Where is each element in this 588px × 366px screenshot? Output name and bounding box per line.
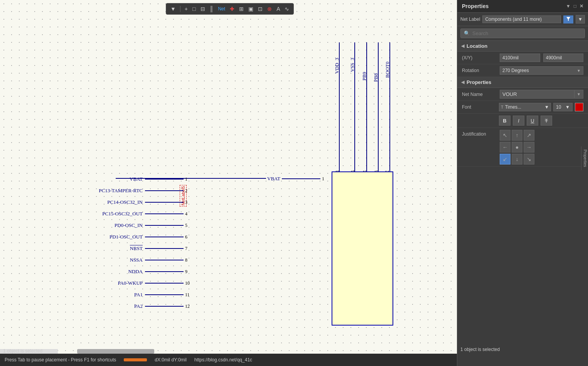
- pin-pc15: PC15-OSC32_OUT: [0, 211, 145, 217]
- panel-selection-status: 1 object is selected: [460, 347, 500, 352]
- font-select[interactable]: T Times... ▼: [499, 103, 551, 111]
- xy-row: (X/Y): [457, 52, 588, 64]
- pin-4: 4: [185, 211, 195, 217]
- pin-nrst: NRST: [0, 245, 145, 252]
- y-input[interactable]: [543, 54, 584, 62]
- toolbar-warning-icon[interactable]: ⊗: [266, 5, 273, 13]
- ic-body: [332, 171, 393, 326]
- toolbar-wave-icon[interactable]: ∿: [283, 5, 290, 13]
- location-arrow-icon: ◀: [461, 44, 464, 49]
- italic-button[interactable]: I: [513, 116, 524, 126]
- font-color-picker[interactable]: [575, 103, 583, 111]
- pin-3: 3: [185, 200, 195, 205]
- pin-nssa: NSSA: [0, 257, 145, 263]
- toolbar-module-icon[interactable]: ⊡: [257, 5, 264, 13]
- just-top-center[interactable]: ↑: [512, 130, 522, 141]
- properties-section-header[interactable]: ◀ Properties: [457, 77, 588, 88]
- just-bottom-right[interactable]: ↘: [524, 154, 534, 165]
- filter-dropdown[interactable]: Components (and 11 more): [482, 15, 561, 23]
- top-pin-vss3: VSS_3: [349, 58, 355, 72]
- justification-label: Justification: [462, 130, 497, 137]
- pin-9: 9: [185, 269, 195, 275]
- top-pin-boot0: BOOT0: [384, 62, 391, 78]
- just-bottom-center[interactable]: ↓: [512, 154, 522, 165]
- status-bar: Press Tab to pause placement - Press F1 …: [0, 354, 457, 366]
- filter-arrow-button[interactable]: ▼: [576, 15, 585, 24]
- search-input-wrap: 🔍: [460, 29, 585, 38]
- font-size-value: 10: [556, 104, 565, 110]
- pin-10: 10: [185, 280, 195, 286]
- schematic-content: NetLabel5 VDD_3 48 VSS_3 47 PB9_ 46 PB8 …: [0, 19, 457, 354]
- net-name-input[interactable]: [500, 90, 574, 98]
- strikethrough-button[interactable]: T: [541, 116, 552, 126]
- pin-7: 7: [185, 246, 195, 252]
- status-hint: Press Tab to pause placement - Press F1 …: [5, 357, 116, 363]
- selection-status: 1 object is selected: [3, 348, 42, 354]
- panel-float-icon[interactable]: □: [574, 3, 576, 9]
- just-top-left[interactable]: ↖: [500, 130, 510, 141]
- just-bottom-left[interactable]: ↙: [500, 154, 510, 165]
- toolbar-bus-icon[interactable]: ⊟: [199, 5, 206, 13]
- net-name-dropdown-icon[interactable]: ▼: [574, 91, 583, 98]
- toolbar-add-icon[interactable]: +: [184, 5, 189, 13]
- rotation-dropdown[interactable]: 270 Degrees ▼: [500, 66, 583, 75]
- rotation-row: Rotation 270 Degrees ▼: [457, 64, 588, 77]
- panel-close-icon[interactable]: ✕: [580, 3, 583, 9]
- underline-button[interactable]: U: [527, 116, 538, 126]
- properties-arrow-icon: ◀: [461, 80, 464, 85]
- panel-title-icons: ▼ □ ✕: [566, 3, 583, 9]
- toolbar-filter-icon[interactable]: ▼: [169, 5, 177, 13]
- pin-pc13: PC13-TAMPER-RTC: [0, 188, 145, 194]
- net-name-input-wrap: ▼: [500, 90, 583, 99]
- pin-8: 8: [185, 257, 195, 263]
- rotation-value: 270 Degrees: [502, 68, 529, 73]
- xy-label: (X/Y): [462, 55, 497, 60]
- search-icon: 🔍: [464, 30, 470, 36]
- bold-button[interactable]: B: [499, 116, 510, 126]
- net-name-row: Net Name ▼: [457, 88, 588, 101]
- location-section-label: Location: [467, 43, 487, 49]
- font-value: Times...: [505, 104, 544, 110]
- toolbar-grid-icon[interactable]: ⊞: [238, 5, 245, 13]
- just-middle-center[interactable]: ●: [512, 142, 522, 153]
- pin-6: 6: [185, 234, 195, 240]
- justification-grid: ↖ ↑ ↗ ← ● → ↙ ↓ ↘: [500, 130, 534, 165]
- pin-pd1: PD1-OSC_OUT: [0, 234, 145, 240]
- font-t-icon: T: [501, 105, 504, 109]
- toolbar-power-icon[interactable]: ║: [209, 5, 215, 13]
- toolbar-text-icon[interactable]: A: [275, 5, 281, 13]
- toolbar: ▼ + □ ⊟ ║ Net ✚ ⊞ ▣ ⊡ ⊗ A ∿: [166, 3, 294, 15]
- search-input[interactable]: [472, 30, 581, 36]
- justification-row: Justification ↖ ↑ ↗ ← ● → ↙ ↓ ↘: [457, 128, 588, 167]
- properties-section-label: Properties: [467, 79, 491, 85]
- filter-value: Components (and 11 more): [485, 17, 542, 22]
- font-row: Font T Times... ▼ 10 ▼: [457, 101, 588, 114]
- pin-ndda: NDDA: [0, 269, 145, 275]
- pin-pa1: PA1: [0, 292, 145, 298]
- properties-panel: Properties ▼ □ ✕ Net Label Components (a…: [457, 0, 588, 366]
- location-section-header[interactable]: ◀ Location: [457, 41, 588, 52]
- toolbar-cross-icon[interactable]: ✚: [229, 5, 236, 13]
- pin-11: 11: [185, 292, 195, 298]
- font-size-select[interactable]: 10 ▼: [553, 103, 573, 111]
- search-box: 🔍: [457, 26, 588, 41]
- toolbar-rect-icon[interactable]: □: [191, 5, 197, 13]
- top-pin-pb8: PB8: [373, 73, 379, 82]
- pin-vbat: VBAT: [0, 176, 145, 182]
- font-size-arrow-icon: ▼: [565, 104, 570, 110]
- toolbar-chip-icon[interactable]: ▣: [247, 5, 254, 13]
- x-input[interactable]: [500, 54, 540, 62]
- just-top-right[interactable]: ↗: [524, 130, 534, 141]
- status-url: https://blog.csdn.net/qq_41c: [194, 357, 252, 363]
- svg-marker-0: [566, 17, 570, 21]
- side-properties-tab[interactable]: Properties: [581, 146, 588, 170]
- pin-2: 2: [185, 188, 195, 194]
- toolbar-net-icon[interactable]: Net: [217, 5, 226, 12]
- canvas-area[interactable]: NetLabel5 VDD_3 48 VSS_3 47 PB9_ 46 PB8 …: [0, 0, 457, 366]
- just-middle-right[interactable]: →: [524, 142, 534, 153]
- just-middle-left[interactable]: ←: [500, 142, 510, 153]
- filter-apply-button[interactable]: [563, 15, 573, 24]
- rotation-dropdown-arrow-icon: ▼: [577, 69, 581, 73]
- top-pin-vdd3: VDD_3: [334, 58, 340, 74]
- panel-pin-icon[interactable]: ▼: [566, 3, 571, 9]
